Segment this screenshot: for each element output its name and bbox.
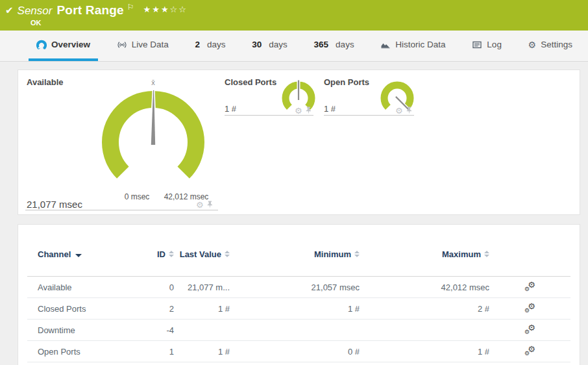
cell-id: 0 [112,277,174,298]
cell-id: 2 [112,298,174,320]
tab-2-days[interactable]: 2 days [188,31,234,61]
gauge-mini-icons: ⚙ [295,107,312,115]
divider [225,115,313,116]
gauge-max-label: 42,012 msec [157,192,215,201]
tab-label: days [336,40,354,49]
channel-settings-icon[interactable]: ⚙⚙ [524,303,535,314]
tab-30-days[interactable]: 30 days [244,31,295,61]
column-header-channel[interactable]: Channel [27,249,112,259]
column-header-maximum[interactable]: Maximum [360,249,489,259]
tab-overview[interactable]: Overview [29,31,98,61]
sensor-kind-label: Sensor [18,5,53,18]
cell-id: 1 [112,341,174,362]
tab-number: 365 [314,40,329,49]
channel-settings-icon[interactable]: ⚙⚙ [524,324,535,335]
live-data-icon [117,40,127,50]
column-label: Minimum [314,249,351,259]
tab-live-data[interactable]: Live Data [109,31,177,61]
table-header-row: Channel ID Last Value Minimum Maximum [27,225,570,277]
sort-caret-down-icon [75,254,82,257]
tab-number: 30 [252,40,262,49]
log-list-icon [472,40,482,50]
available-gauge: x̄ [95,75,212,191]
open-ports-last-value: 1 # [324,104,336,114]
page-title: Port Range [56,3,123,18]
gauge-min-label: 0 msec [114,192,160,201]
gear-icon[interactable]: ⚙ [395,107,403,115]
cell-maximum: 2 # [360,298,489,320]
gauges-panel: Available x̄ 0 msec 42,012 msec 21,077 m… [18,69,580,215]
flag-icon[interactable]: ⚐ [127,3,134,12]
channel-settings-icon[interactable]: ⚙⚙ [524,281,535,292]
cell-maximum: 1 # [360,341,489,362]
cell-channel[interactable]: Available [27,277,112,298]
pin-icon[interactable] [305,107,312,115]
tab-log[interactable]: Log [464,31,509,61]
column-label: ID [157,249,165,259]
cell-channel[interactable]: Closed Ports [27,298,112,320]
pin-icon[interactable] [406,107,413,115]
gauge-title-available: Available [27,77,64,87]
tab-365-days[interactable]: 365 days [306,31,362,61]
tab-label: Settings [541,40,572,49]
gauge-title-closed-ports: Closed Ports [225,77,276,87]
column-header-minimum[interactable]: Minimum [230,249,360,259]
tab-number: 2 [195,40,201,49]
cell-maximum: 42,012 msec [360,277,489,298]
tab-historic-data[interactable]: Historic Data [373,31,453,61]
tab-bar: Overview Live Data 2 days 30 days 365 da… [0,31,588,62]
cell-minimum: 1 # [230,298,360,320]
column-label: Maximum [442,249,481,259]
status-badge: OK [31,19,42,27]
divider [324,115,414,116]
divider [25,210,218,210]
prtg-sensor-page: ✔ Sensor Port Range ⚐ ★★★☆☆ OK Overview [0,0,588,365]
sort-icon [484,251,489,257]
cell-last-value: 1 # [174,341,230,362]
tab-label: days [269,40,288,49]
available-last-value: 21,077 msec [27,199,82,210]
column-label: Channel [38,249,71,259]
channels-table: Channel ID Last Value Minimum Maximum Av… [27,225,570,362]
historic-data-chart-icon [380,40,391,50]
gauge-mini-icons: ⚙ [395,107,413,115]
mean-marker: x̄ [151,79,155,86]
tab-label: Live Data [132,40,169,49]
column-label: Last Value [180,249,221,259]
sort-icon [354,251,360,257]
table-row-downtime[interactable]: Downtime -4 ⚙⚙ [27,320,570,341]
cell-id: -4 [112,320,174,341]
gauge-icon [36,40,47,50]
tab-settings[interactable]: ⚙ Settings [521,31,580,61]
tab-label: days [207,40,226,49]
closed-ports-last-value: 1 # [225,104,236,114]
cell-last-value: 1 # [174,298,230,320]
cell-minimum: 21,057 msec [230,277,360,298]
tab-label: Overview [51,40,90,49]
sensor-header-line: ✔ Sensor Port Range ⚐ ★★★☆☆ [5,3,188,18]
gear-icon[interactable]: ⚙ [196,201,204,209]
cell-channel[interactable]: Downtime [27,320,112,341]
sensor-header: ✔ Sensor Port Range ⚐ ★★★☆☆ OK [0,0,588,31]
table-row-open-ports[interactable]: Open Ports 1 1 # 0 # 1 # ⚙⚙ [27,341,570,362]
gear-icon[interactable]: ⚙ [295,107,302,115]
table-row-available[interactable]: Available 0 21,077 m... 21,057 msec 42,0… [27,277,570,298]
column-header-last-value[interactable]: Last Value [174,249,230,259]
channel-settings-icon[interactable]: ⚙⚙ [524,346,535,357]
cell-last-value: 21,077 m... [174,277,230,298]
settings-gear-icon: ⚙ [528,40,537,49]
status-ok-check-icon: ✔ [5,5,14,16]
gauge-title-open-ports: Open Ports [324,77,369,87]
priority-star-rating[interactable]: ★★★☆☆ [143,5,188,14]
sort-icon [225,251,230,257]
table-row-closed-ports[interactable]: Closed Ports 2 1 # 1 # 2 # ⚙⚙ [27,298,570,320]
column-header-id[interactable]: ID [112,249,174,259]
pin-icon[interactable] [206,201,214,209]
tab-label: Log [487,40,502,49]
gauge-mini-icons: ⚙ [196,201,214,209]
cell-channel[interactable]: Open Ports [27,341,112,362]
channels-table-panel: Channel ID Last Value Minimum Maximum Av… [18,224,580,365]
cell-minimum: 0 # [230,341,360,362]
sort-icon [169,251,174,257]
tab-label: Historic Data [395,40,445,49]
